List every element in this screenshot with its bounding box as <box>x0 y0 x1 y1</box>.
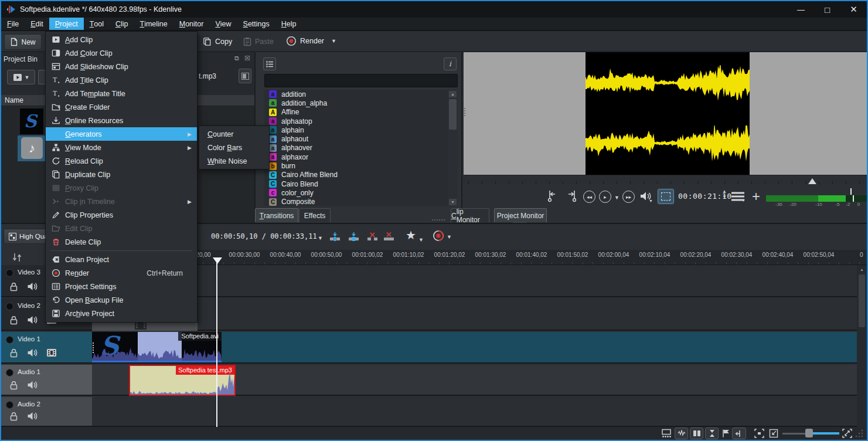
zoom-fit-icon[interactable] <box>754 429 764 438</box>
monitor-splitter-dots[interactable] <box>464 108 465 116</box>
speaker-icon[interactable] <box>27 315 38 325</box>
menu-item-edit-clip[interactable]: Edit Clip <box>46 222 197 235</box>
menu-item-create-folder[interactable]: Create Folder <box>46 100 197 114</box>
transition-item-alphaout[interactable]: aalphaout <box>264 134 458 143</box>
transition-list-scrollbar[interactable]: ▲ ▼ <box>448 90 458 206</box>
titlebar[interactable]: Softpedia.kdenlive */ 640x480 23.98fps -… <box>1 1 867 18</box>
menu-item-add-slideshow-clip[interactable]: Add Slideshow Clip <box>46 60 197 73</box>
submenu-item-white-noise[interactable]: White Noise <box>199 154 269 168</box>
timeline-video-clip[interactable]: S Softpedia.avi <box>92 332 222 362</box>
zoom-slider-track-left[interactable] <box>782 433 805 435</box>
scrollbar-handle[interactable] <box>449 99 457 130</box>
resize-grip[interactable] <box>855 429 864 437</box>
render-timeline-caret[interactable]: ▼ <box>447 234 452 240</box>
zoom-out-icon[interactable] <box>769 429 778 438</box>
bin-toolbutton-partial[interactable] <box>38 70 45 84</box>
monitor-tab-project-monitor[interactable]: Project Monitor <box>494 208 547 222</box>
menubar-item-tool[interactable]: Tool <box>84 18 110 30</box>
lift-zone-icon[interactable] <box>383 232 394 242</box>
set-zone-out-icon[interactable] <box>566 190 577 202</box>
close-dock-icon[interactable]: ☒ <box>244 55 250 62</box>
monitor-tab-clip-monitor[interactable]: Clip Monitor <box>451 208 489 222</box>
menu-item-proxy-clip[interactable]: Proxy Clip <box>46 181 197 195</box>
transition-list[interactable]: aadditionaaddition_alphaAAffineaalphaato… <box>264 90 458 206</box>
lock-icon[interactable] <box>9 316 19 325</box>
paste-button[interactable]: Paste <box>243 37 274 46</box>
overwrite-zone-icon[interactable] <box>348 232 359 242</box>
menu-item-clip-in-timeline[interactable]: Clip in Timeline▶ <box>46 195 197 208</box>
panel-tab-transitions[interactable]: Transitions <box>255 208 298 222</box>
play-button[interactable]: ▸ <box>599 191 611 203</box>
monitor-video-area[interactable] <box>464 52 868 175</box>
float-dock-icon[interactable]: ⧉ <box>234 55 239 62</box>
render-timeline-icon[interactable] <box>433 230 444 242</box>
show-audio-thumbnails-button[interactable] <box>675 428 688 439</box>
transition-item-alphaover[interactable]: aalphaover <box>264 144 458 152</box>
menu-item-view-mode[interactable]: View Mode▶ <box>46 141 197 154</box>
zoom-slider-handle[interactable] <box>805 429 813 437</box>
set-zone-in-icon[interactable] <box>547 190 559 202</box>
transition-item-alphaatop[interactable]: aalphaatop <box>264 117 458 125</box>
track-lane-video-3[interactable] <box>92 265 858 297</box>
bin-properties-button[interactable] <box>239 69 251 83</box>
lock-icon[interactable] <box>9 282 19 291</box>
menu-item-generators[interactable]: Generators▶ <box>46 127 197 141</box>
add-guide-icon[interactable]: + <box>752 188 760 205</box>
speaker-icon[interactable] <box>27 380 38 390</box>
add-clip-toolbutton[interactable]: ▼ <box>7 70 35 84</box>
monitor-menu-icon[interactable]: ▼ <box>731 191 745 202</box>
track-lane-video-2[interactable] <box>92 298 858 331</box>
transition-item-composite[interactable]: CComposite <box>264 198 458 206</box>
info-icon[interactable]: i <box>444 57 457 70</box>
transition-item-burn[interactable]: bburn <box>264 161 458 170</box>
ruler-playhead-marker[interactable] <box>213 257 222 264</box>
menu-item-archive-project[interactable]: Archive Project <box>46 307 197 320</box>
show-markers-button[interactable] <box>690 428 703 439</box>
menu-item-duplicate-clip[interactable]: Duplicate Clip <box>46 168 197 181</box>
timeline-timecode[interactable]: 00:00:50,10 / 00:00:33,11 <box>211 232 317 240</box>
track-header-video-1[interactable]: Video 1 <box>1 332 92 364</box>
menu-item-project-settings[interactable]: Project Settings <box>46 280 197 293</box>
menu-item-online-resources[interactable]: Online Resources <box>46 114 197 127</box>
timeline-scrollbar-handle[interactable] <box>859 274 865 327</box>
menu-item-add-color-clip[interactable]: Add Color Clip <box>46 46 197 60</box>
transition-search-input[interactable] <box>264 74 458 87</box>
menu-item-add-template-title[interactable]: TAdd Template Title <box>46 87 197 100</box>
render-dropdown-caret[interactable]: ▼ <box>331 38 336 44</box>
playhead-follow-button[interactable] <box>732 428 746 439</box>
transition-item-addition_alpha[interactable]: aaddition_alpha <box>264 99 458 107</box>
copy-button[interactable]: Copy <box>203 37 232 46</box>
favorite-effects-icon[interactable]: ★ <box>406 228 416 242</box>
track-lane-audio-2[interactable] <box>92 397 858 427</box>
menu-item-clean-project[interactable]: Clean Project <box>46 253 197 266</box>
menubar-item-timeline[interactable]: Timeline <box>134 18 173 30</box>
timeline-scrollbar[interactable]: ▲ <box>857 265 867 427</box>
zoom-fit-selection-icon[interactable] <box>842 429 852 438</box>
transition-item-alphaxor[interactable]: aalphaxor <box>264 152 458 161</box>
monitor-seek-ruler[interactable] <box>464 175 868 184</box>
track-active-indicator[interactable] <box>6 336 13 344</box>
volume-icon[interactable]: ▼ <box>639 191 652 202</box>
track-active-indicator[interactable] <box>6 401 13 409</box>
timeline-scroll-up-icon[interactable]: ▲ <box>858 266 866 273</box>
insert-zone-icon[interactable] <box>329 232 341 242</box>
panel-tab-effects[interactable]: Effects <box>299 208 331 222</box>
transition-item-cairo-blend[interactable]: CCairo Blend <box>264 179 458 188</box>
menubar-item-edit[interactable]: Edit <box>25 18 49 30</box>
play-dropdown-caret[interactable]: ▼ <box>614 195 619 201</box>
new-button[interactable]: New <box>4 34 42 50</box>
lock-icon[interactable] <box>9 412 19 421</box>
menubar-item-clip[interactable]: Clip <box>110 18 134 30</box>
menu-item-add-title-clip[interactable]: TAdd Title Clip <box>46 73 197 87</box>
transition-item-alphain[interactable]: aalphain <box>264 125 458 134</box>
transition-item-cairo-affine-blend[interactable]: CCairo Affine Blend <box>264 171 458 179</box>
speaker-icon[interactable] <box>27 411 38 421</box>
zone-mode-button[interactable] <box>658 189 674 204</box>
track-active-indicator[interactable] <box>6 303 13 310</box>
menu-item-open-backup-file[interactable]: Open Backup File <box>46 293 197 307</box>
zoom-slider-track-right[interactable] <box>813 432 839 435</box>
show-video-thumbnails-icon[interactable] <box>661 429 672 438</box>
close-button[interactable]: ✕ <box>840 1 867 18</box>
menubar-item-view[interactable]: View <box>209 18 237 30</box>
timecode-dropdown-caret[interactable]: ▼ <box>318 235 323 241</box>
